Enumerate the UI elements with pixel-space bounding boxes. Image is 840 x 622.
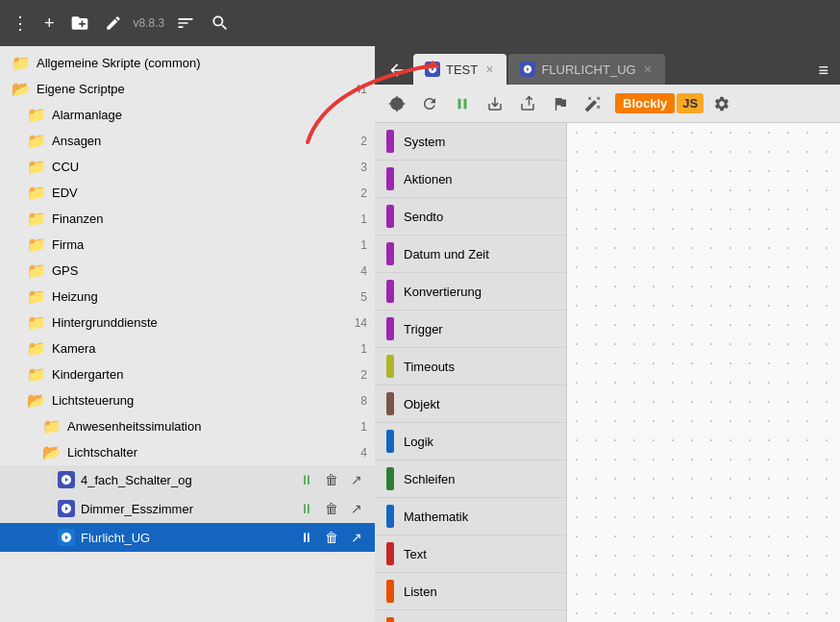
sidebar-item-firma[interactable]: 📁 Firma 1: [0, 232, 375, 258]
tab-test[interactable]: TEST ×: [413, 54, 506, 85]
category-farbe[interactable]: Farbe: [375, 610, 566, 622]
category-listen[interactable]: Listen: [375, 573, 566, 610]
open-button[interactable]: ↗: [346, 527, 367, 548]
item-count: 1: [360, 238, 367, 252]
category-logik[interactable]: Logik: [375, 423, 566, 460]
sidebar-item-kindergarten[interactable]: 📁 Kindergarten 2: [0, 361, 375, 387]
cat-color: [386, 430, 394, 453]
play-pause-button[interactable]: ⏸: [296, 469, 317, 490]
cat-color: [386, 205, 394, 228]
sidebar-item-label: Alarmanlage: [52, 108, 367, 122]
editor-toolbar: Blockly JS: [375, 85, 840, 123]
search-icon[interactable]: [207, 10, 234, 37]
item-count: 3: [360, 161, 367, 174]
blockly-js-toggle[interactable]: Blockly JS: [615, 93, 704, 113]
menu-icon[interactable]: ⋮: [8, 9, 33, 37]
category-mathematik[interactable]: Mathematik: [375, 498, 566, 535]
category-timeouts[interactable]: Timeouts: [375, 348, 566, 386]
category-schleifen[interactable]: Schleifen: [375, 460, 566, 498]
top-toolbar: ⋮ + v8.8.3: [0, 0, 840, 46]
folder-icon: 📁: [27, 236, 46, 254]
folder-icon: 📁: [27, 339, 46, 358]
magic-button[interactable]: [579, 89, 607, 118]
open-button[interactable]: ↗: [346, 469, 367, 490]
cat-color: [386, 580, 394, 603]
folder-icon: 📁: [27, 365, 46, 384]
category-system[interactable]: System: [375, 123, 566, 161]
settings-button[interactable]: [707, 89, 736, 118]
sidebar-item-lichtsteuerung[interactable]: 📂 Lichtsteuerung 8: [0, 387, 375, 413]
sidebar-item-edv[interactable]: 📁 EDV 2: [0, 180, 375, 206]
sidebar-item-alarmanlage[interactable]: 📁 Alarmanlage: [0, 102, 375, 128]
item-count: 2: [360, 135, 367, 148]
folder-icon: 📁: [27, 184, 46, 202]
tab-icon: [520, 62, 535, 77]
item-count: 5: [360, 290, 367, 304]
script-icon-active: [58, 529, 75, 546]
sidebar-item-label: GPS: [52, 263, 357, 278]
folder-icon: 📁: [27, 158, 46, 176]
sort-icon[interactable]: [172, 10, 199, 37]
script-icon: [58, 500, 75, 517]
sidebar-item-lichtschalter[interactable]: 📂 Lichtschalter 4: [0, 439, 375, 465]
blockly-menu: System Aktionen Sendto Datum und Zeit Ko…: [375, 123, 567, 622]
delete-button[interactable]: 🗑: [321, 527, 342, 548]
back-button[interactable]: [383, 56, 411, 85]
add-icon[interactable]: +: [40, 10, 59, 37]
folder-open-icon: 📂: [12, 80, 31, 98]
category-text[interactable]: Text: [375, 535, 566, 573]
script-item-dimmer[interactable]: Dimmer_Esszimmer ⏸ 🗑 ↗: [0, 494, 375, 523]
sidebar-item-hintergrunddienste[interactable]: 📁 Hintergrunddienste 14: [0, 310, 375, 336]
category-objekt[interactable]: Objekt: [375, 386, 566, 423]
main-area: 📁 Allgemeine Skripte (common) 📂 Eigene S…: [0, 46, 840, 622]
tab-flurlicht[interactable]: FLURLICHT_UG ×: [508, 54, 664, 85]
item-count: 1: [360, 212, 367, 226]
flag-button[interactable]: [546, 89, 575, 118]
tab-menu-button[interactable]: ≡: [814, 57, 832, 85]
delete-button[interactable]: 🗑: [321, 469, 342, 490]
target-button[interactable]: [383, 89, 411, 118]
cat-label: Datum und Zeit: [404, 247, 555, 261]
delete-button[interactable]: 🗑: [321, 498, 342, 519]
open-button[interactable]: ↗: [346, 498, 367, 519]
category-aktionen[interactable]: Aktionen: [375, 161, 566, 198]
category-sendto[interactable]: Sendto: [375, 198, 566, 236]
import-button[interactable]: [513, 89, 542, 118]
sidebar-item-label: Anwesenheitssimulation: [67, 419, 357, 434]
category-datum-zeit[interactable]: Datum und Zeit: [375, 236, 566, 273]
right-panel: TEST × FLURLICHT_UG × ≡: [375, 46, 840, 622]
script-item-4fach[interactable]: 4_fach_Schalter_og ⏸ 🗑 ↗: [0, 465, 375, 494]
sidebar-item-heizung[interactable]: 📁 Heizung 5: [0, 284, 375, 310]
category-konvertierung[interactable]: Konvertierung: [375, 273, 566, 311]
sidebar-item-ansagen[interactable]: 📁 Ansagen 2: [0, 128, 375, 154]
item-count: 4: [360, 446, 367, 460]
sidebar-item-allgemeine[interactable]: 📁 Allgemeine Skripte (common): [0, 50, 375, 76]
folder-open-icon: 📂: [27, 391, 46, 410]
tab-close-test[interactable]: ×: [483, 62, 495, 77]
play-pause-button[interactable]: ⏸: [296, 527, 317, 548]
sidebar-item-ccu[interactable]: 📁 CCU 3: [0, 154, 375, 180]
export-button[interactable]: [481, 89, 509, 118]
edit-icon[interactable]: [101, 11, 126, 36]
sidebar-item-kamera[interactable]: 📁 Kamera 1: [0, 336, 375, 361]
sidebar-item-label: Firma: [52, 237, 357, 252]
editor-content: System Aktionen Sendto Datum und Zeit Ko…: [375, 123, 840, 622]
sidebar: 📁 Allgemeine Skripte (common) 📂 Eigene S…: [0, 46, 375, 622]
folder-add-icon[interactable]: [66, 10, 93, 37]
pause-button[interactable]: [448, 89, 477, 118]
script-item-flurlicht[interactable]: Flurlicht_UG ⏸ 🗑 ↗: [0, 523, 375, 552]
play-pause-button[interactable]: ⏸: [296, 498, 317, 519]
blockly-badge[interactable]: Blockly: [615, 93, 675, 113]
category-trigger[interactable]: Trigger: [375, 311, 566, 348]
dot-grid: [567, 123, 840, 622]
js-badge[interactable]: JS: [677, 93, 704, 113]
sidebar-item-finanzen[interactable]: 📁 Finanzen 1: [0, 206, 375, 232]
tab-close-flurlicht[interactable]: ×: [642, 62, 654, 77]
sidebar-item-gps[interactable]: 📁 GPS 4: [0, 258, 375, 284]
sidebar-item-anwesenheitssimulation[interactable]: 📁 Anwesenheitssimulation 1: [0, 413, 375, 439]
sidebar-item-eigene[interactable]: 📂 Eigene Scriptpe 41: [0, 76, 375, 102]
cat-color: [386, 617, 394, 622]
canvas-area[interactable]: [567, 123, 840, 622]
cat-label: System: [404, 135, 555, 149]
refresh-button[interactable]: [415, 89, 444, 118]
